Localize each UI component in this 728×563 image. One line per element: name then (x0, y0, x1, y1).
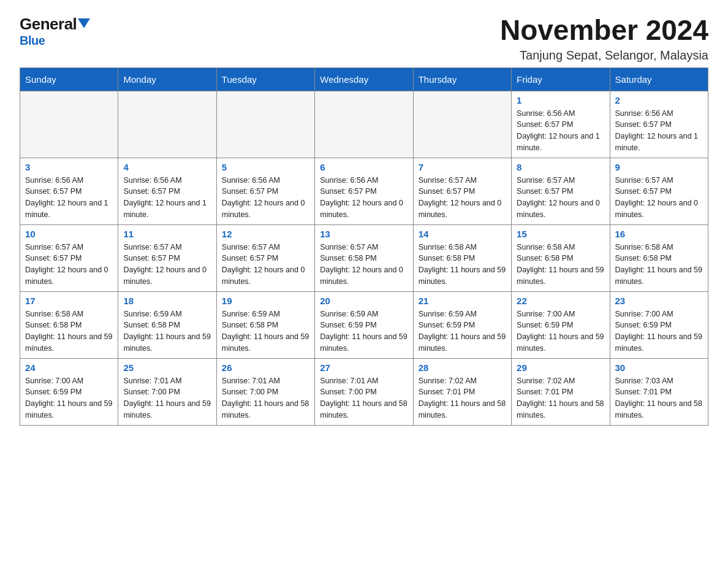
calendar-cell: 30Sunrise: 7:03 AMSunset: 7:01 PMDayligh… (610, 358, 708, 425)
day-number: 18 (123, 296, 211, 306)
day-number: 27 (320, 362, 408, 373)
calendar-cell: 27Sunrise: 7:01 AMSunset: 7:00 PMDayligh… (315, 358, 413, 425)
day-info: Sunrise: 6:58 AMSunset: 6:58 PMDaylight:… (25, 308, 113, 354)
logo: General Blue (20, 15, 90, 48)
day-number: 26 (222, 362, 309, 373)
calendar-cell: 26Sunrise: 7:01 AMSunset: 7:00 PMDayligh… (216, 358, 314, 425)
calendar-cell: 11Sunrise: 6:57 AMSunset: 6:57 PMDayligh… (118, 224, 216, 291)
day-info: Sunrise: 6:57 AMSunset: 6:58 PMDaylight:… (320, 242, 408, 288)
calendar-cell: 18Sunrise: 6:59 AMSunset: 6:58 PMDayligh… (118, 291, 216, 358)
day-number: 29 (517, 362, 604, 373)
day-number: 17 (25, 296, 113, 306)
calendar-cell: 8Sunrise: 6:57 AMSunset: 6:57 PMDaylight… (512, 158, 610, 224)
calendar-cell: 16Sunrise: 6:58 AMSunset: 6:58 PMDayligh… (610, 224, 708, 291)
column-header-saturday: Saturday (610, 67, 708, 91)
day-info: Sunrise: 7:00 AMSunset: 6:59 PMDaylight:… (615, 308, 703, 354)
day-number: 8 (517, 162, 604, 172)
calendar-cell: 17Sunrise: 6:58 AMSunset: 6:58 PMDayligh… (20, 291, 118, 358)
column-header-wednesday: Wednesday (315, 67, 413, 91)
day-number: 3 (25, 162, 113, 172)
day-info: Sunrise: 6:57 AMSunset: 6:57 PMDaylight:… (25, 242, 113, 288)
day-info: Sunrise: 6:58 AMSunset: 6:58 PMDaylight:… (517, 242, 604, 288)
location-title: Tanjung Sepat, Selangor, Malaysia (500, 48, 708, 63)
calendar-week-row: 3Sunrise: 6:56 AMSunset: 6:57 PMDaylight… (20, 158, 708, 224)
column-header-sunday: Sunday (20, 67, 118, 91)
calendar-cell (216, 91, 314, 158)
day-number: 28 (419, 362, 506, 373)
calendar-week-row: 24Sunrise: 7:00 AMSunset: 6:59 PMDayligh… (20, 358, 708, 425)
day-info: Sunrise: 6:59 AMSunset: 6:59 PMDaylight:… (419, 308, 506, 354)
day-info: Sunrise: 7:03 AMSunset: 7:01 PMDaylight:… (615, 375, 703, 421)
day-number: 24 (25, 362, 113, 373)
day-info: Sunrise: 7:00 AMSunset: 6:59 PMDaylight:… (517, 308, 604, 354)
calendar-cell: 25Sunrise: 7:01 AMSunset: 7:00 PMDayligh… (118, 358, 216, 425)
day-info: Sunrise: 6:58 AMSunset: 6:58 PMDaylight:… (419, 242, 506, 288)
day-info: Sunrise: 6:57 AMSunset: 6:57 PMDaylight:… (222, 242, 309, 288)
day-number: 6 (320, 162, 408, 172)
calendar-cell (315, 91, 413, 158)
day-info: Sunrise: 7:01 AMSunset: 7:00 PMDaylight:… (123, 375, 211, 421)
calendar-cell: 20Sunrise: 6:59 AMSunset: 6:59 PMDayligh… (315, 291, 413, 358)
day-info: Sunrise: 6:56 AMSunset: 6:57 PMDaylight:… (25, 175, 113, 221)
day-info: Sunrise: 6:58 AMSunset: 6:58 PMDaylight:… (615, 242, 703, 288)
column-header-monday: Monday (118, 67, 216, 91)
day-info: Sunrise: 6:59 AMSunset: 6:58 PMDaylight:… (123, 308, 211, 354)
day-number: 30 (615, 362, 703, 373)
day-info: Sunrise: 6:56 AMSunset: 6:57 PMDaylight:… (123, 175, 211, 221)
calendar-cell: 3Sunrise: 6:56 AMSunset: 6:57 PMDaylight… (20, 158, 118, 224)
month-title: November 2024 (500, 15, 708, 46)
day-number: 22 (517, 296, 604, 306)
day-number: 9 (615, 162, 703, 172)
logo-blue-text: Blue (20, 34, 45, 48)
day-info: Sunrise: 6:56 AMSunset: 6:57 PMDaylight:… (615, 108, 703, 154)
day-info: Sunrise: 6:59 AMSunset: 6:58 PMDaylight:… (222, 308, 309, 354)
calendar-cell: 1Sunrise: 6:56 AMSunset: 6:57 PMDaylight… (512, 91, 610, 158)
calendar-cell: 23Sunrise: 7:00 AMSunset: 6:59 PMDayligh… (610, 291, 708, 358)
day-info: Sunrise: 6:56 AMSunset: 6:57 PMDaylight:… (320, 175, 408, 221)
day-number: 14 (419, 229, 506, 239)
calendar-week-row: 17Sunrise: 6:58 AMSunset: 6:58 PMDayligh… (20, 291, 708, 358)
calendar-cell: 21Sunrise: 6:59 AMSunset: 6:59 PMDayligh… (413, 291, 511, 358)
day-info: Sunrise: 7:01 AMSunset: 7:00 PMDaylight:… (320, 375, 408, 421)
calendar-cell: 7Sunrise: 6:57 AMSunset: 6:57 PMDaylight… (413, 158, 511, 224)
day-info: Sunrise: 6:57 AMSunset: 6:57 PMDaylight:… (419, 175, 506, 221)
calendar-table: SundayMondayTuesdayWednesdayThursdayFrid… (20, 67, 708, 426)
day-number: 13 (320, 229, 408, 239)
day-number: 19 (222, 296, 309, 306)
calendar-cell: 15Sunrise: 6:58 AMSunset: 6:58 PMDayligh… (512, 224, 610, 291)
day-number: 25 (123, 362, 211, 373)
calendar-cell: 22Sunrise: 7:00 AMSunset: 6:59 PMDayligh… (512, 291, 610, 358)
column-header-tuesday: Tuesday (216, 67, 314, 91)
calendar-cell: 5Sunrise: 6:56 AMSunset: 6:57 PMDaylight… (216, 158, 314, 224)
calendar-cell: 10Sunrise: 6:57 AMSunset: 6:57 PMDayligh… (20, 224, 118, 291)
day-number: 15 (517, 229, 604, 239)
calendar-cell (413, 91, 511, 158)
day-number: 12 (222, 229, 309, 239)
day-info: Sunrise: 6:56 AMSunset: 6:57 PMDaylight:… (517, 108, 604, 154)
calendar-cell: 29Sunrise: 7:02 AMSunset: 7:01 PMDayligh… (512, 358, 610, 425)
day-number: 21 (419, 296, 506, 306)
calendar-cell: 28Sunrise: 7:02 AMSunset: 7:01 PMDayligh… (413, 358, 511, 425)
calendar-week-row: 1Sunrise: 6:56 AMSunset: 6:57 PMDaylight… (20, 91, 708, 158)
calendar-header-row: SundayMondayTuesdayWednesdayThursdayFrid… (20, 67, 708, 91)
calendar-cell: 2Sunrise: 6:56 AMSunset: 6:57 PMDaylight… (610, 91, 708, 158)
day-number: 20 (320, 296, 408, 306)
day-info: Sunrise: 7:00 AMSunset: 6:59 PMDaylight:… (25, 375, 113, 421)
logo-general-text: General (20, 15, 77, 34)
day-number: 5 (222, 162, 309, 172)
calendar-cell: 19Sunrise: 6:59 AMSunset: 6:58 PMDayligh… (216, 291, 314, 358)
calendar-cell: 24Sunrise: 7:00 AMSunset: 6:59 PMDayligh… (20, 358, 118, 425)
calendar-cell: 4Sunrise: 6:56 AMSunset: 6:57 PMDaylight… (118, 158, 216, 224)
column-header-thursday: Thursday (413, 67, 511, 91)
day-number: 23 (615, 296, 703, 306)
day-info: Sunrise: 6:56 AMSunset: 6:57 PMDaylight:… (222, 175, 309, 221)
day-info: Sunrise: 6:59 AMSunset: 6:59 PMDaylight:… (320, 308, 408, 354)
calendar-week-row: 10Sunrise: 6:57 AMSunset: 6:57 PMDayligh… (20, 224, 708, 291)
day-info: Sunrise: 6:57 AMSunset: 6:57 PMDaylight:… (615, 175, 703, 221)
calendar-cell: 12Sunrise: 6:57 AMSunset: 6:57 PMDayligh… (216, 224, 314, 291)
calendar-cell (118, 91, 216, 158)
calendar-cell: 6Sunrise: 6:56 AMSunset: 6:57 PMDaylight… (315, 158, 413, 224)
day-info: Sunrise: 6:57 AMSunset: 6:57 PMDaylight:… (517, 175, 604, 221)
day-number: 1 (517, 95, 604, 105)
day-info: Sunrise: 7:02 AMSunset: 7:01 PMDaylight:… (517, 375, 604, 421)
